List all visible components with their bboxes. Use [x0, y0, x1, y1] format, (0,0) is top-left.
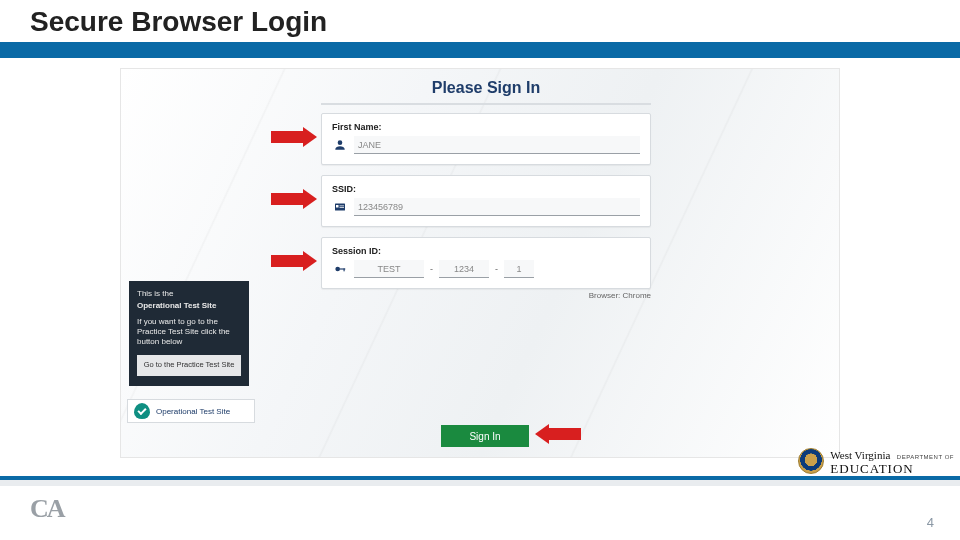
svg-rect-6 [344, 268, 345, 271]
operational-test-badge: Operational Test Site [127, 399, 255, 423]
login-screenshot: Please Sign In First Name: SSID: Se [120, 68, 840, 458]
footer-grey [0, 480, 960, 486]
wvde-logo: West Virginia DEPARTMENT OF EDUCATION [798, 446, 954, 475]
svg-rect-2 [340, 206, 345, 207]
svg-point-4 [335, 267, 340, 272]
wvde-line1b: DEPARTMENT OF [897, 454, 954, 460]
browser-note: Browser: Chrome [321, 291, 651, 300]
title-bar: Secure Browser Login [0, 0, 960, 58]
session-id-row: - - [332, 260, 640, 278]
ssid-input[interactable] [354, 198, 640, 216]
arrow-icon [271, 251, 317, 271]
wvde-line1a: West Virginia [830, 449, 890, 461]
session-id-label: Session ID: [332, 246, 640, 256]
svg-rect-1 [336, 205, 339, 208]
wvde-line2: EDUCATION [830, 462, 954, 475]
arrow-icon [271, 189, 317, 209]
ssid-card: SSID: [321, 175, 651, 227]
page-number: 4 [927, 515, 934, 530]
operational-test-badge-label: Operational Test Site [156, 407, 230, 416]
ca-logo: CA [30, 494, 64, 524]
operational-test-panel: This is the Operational Test Site If you… [129, 281, 249, 386]
first-name-input[interactable] [354, 136, 640, 154]
user-icon [332, 137, 348, 153]
first-name-card: First Name: [321, 113, 651, 165]
key-icon [332, 261, 348, 277]
session-seg-3[interactable] [504, 260, 534, 278]
svg-rect-3 [340, 207, 345, 208]
title-rule [0, 42, 960, 58]
panel-line-2: Operational Test Site [137, 301, 241, 311]
first-name-label: First Name: [332, 122, 640, 132]
id-card-icon [332, 199, 348, 215]
session-seg-1[interactable] [354, 260, 424, 278]
wvde-text: West Virginia DEPARTMENT OF EDUCATION [830, 446, 954, 475]
sign-in-button[interactable]: Sign In [441, 425, 529, 447]
arrow-icon [535, 424, 581, 444]
session-id-card: Session ID: - - [321, 237, 651, 289]
go-to-practice-button[interactable]: Go to the Practice Test Site [137, 355, 241, 376]
shield-check-icon [134, 403, 150, 419]
panel-line-1: This is the [137, 289, 241, 299]
wvde-seal-icon [798, 448, 824, 474]
first-name-row [332, 136, 640, 154]
session-seg-2[interactable] [439, 260, 489, 278]
panel-line-3: If you want to go to the Practice Test S… [137, 317, 241, 347]
arrow-icon [271, 127, 317, 147]
ssid-label: SSID: [332, 184, 640, 194]
ssid-row [332, 198, 640, 216]
dash-icon: - [495, 264, 498, 274]
slide: Secure Browser Login Please Sign In Firs… [0, 0, 960, 540]
slide-title: Secure Browser Login [0, 0, 960, 42]
dash-icon: - [430, 264, 433, 274]
signin-heading: Please Sign In [321, 79, 651, 105]
